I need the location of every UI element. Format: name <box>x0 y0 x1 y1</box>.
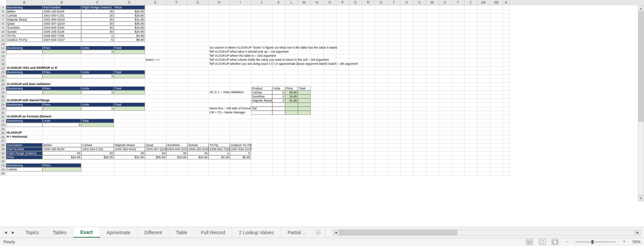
sheet-tab[interactable]: Different <box>137 227 169 238</box>
cell[interactable]: 1002-394-M102 <box>114 147 145 151</box>
cell[interactable]: 28.95 <box>285 90 298 94</box>
cell[interactable]: Price <box>42 103 81 107</box>
row-header[interactable]: 33 <box>0 123 6 127</box>
cell[interactable]: Total <box>114 86 145 90</box>
cell[interactable]: Price <box>42 46 81 50</box>
row-header[interactable]: 9 <box>0 26 6 30</box>
cell[interactable] <box>42 50 81 54</box>
cell[interactable]: Tell VLOOKUP whether you are doing exact… <box>209 62 362 66</box>
cell[interactable] <box>114 90 145 94</box>
cell[interactable] <box>272 111 285 115</box>
row-header[interactable]: 15 <box>0 50 6 54</box>
cell[interactable]: 1000-165-B100 <box>42 147 81 151</box>
cell[interactable]: 35 <box>81 18 114 22</box>
cell[interactable]: Total <box>81 119 114 123</box>
cell[interactable]: 40 <box>187 151 209 155</box>
cell[interactable] <box>42 74 81 78</box>
row-header[interactable]: 11 <box>0 34 6 38</box>
sheet-tab[interactable]: Topics <box>19 227 46 238</box>
cell[interactable]: $8.95 <box>114 38 145 42</box>
cell[interactable]: 20 <box>81 13 114 18</box>
cell[interactable]: Flight Range (meters) <box>6 151 42 155</box>
column-header[interactable]: AA <box>477 0 490 5</box>
row-header[interactable]: 37 <box>0 139 6 143</box>
cell[interactable]: Carlota <box>6 13 42 18</box>
cell[interactable]: Tell VLOOKUP where the table is = 2nd ar… <box>209 54 298 58</box>
cell[interactable]: $28.95 <box>81 155 114 159</box>
scroll-down-button[interactable]: ▼ <box>638 195 644 201</box>
column-header[interactable]: AB <box>490 0 503 5</box>
cell[interactable]: 1 <box>209 151 230 155</box>
cell[interactable] <box>42 167 81 171</box>
cell[interactable] <box>6 107 42 111</box>
row-header[interactable]: 24 <box>0 86 6 90</box>
cell[interactable]: Price <box>285 86 298 90</box>
column-header[interactable]: S <box>375 0 388 5</box>
cell[interactable]: Price <box>42 86 81 90</box>
row-header[interactable]: 13 <box>0 42 6 46</box>
row-header[interactable]: 25 <box>0 90 6 94</box>
cell[interactable] <box>272 107 285 111</box>
cell[interactable]: 25 <box>42 151 81 155</box>
cell[interactable]: Carlota <box>81 143 114 147</box>
row-header[interactable]: 7 <box>0 18 6 22</box>
zoom-slider-thumb[interactable] <box>591 240 593 244</box>
cell[interactable]: Total <box>114 70 145 74</box>
cell[interactable]: H = Horizontal <box>6 135 42 139</box>
cell[interactable]: Total <box>298 86 311 90</box>
column-header[interactable]: T <box>388 0 400 5</box>
cell[interactable] <box>251 107 272 111</box>
cell[interactable]: Units <box>81 46 114 50</box>
cell[interactable]: Tri-Fly <box>209 143 230 147</box>
column-header[interactable]: A <box>6 0 42 5</box>
row-header[interactable]: 27 <box>0 99 6 103</box>
sheet-tab[interactable]: Table <box>169 227 194 238</box>
cell[interactable] <box>298 99 311 103</box>
scroll-right-button[interactable]: ▶ <box>635 229 641 236</box>
column-header[interactable]: R <box>362 0 375 5</box>
cell[interactable]: 1002-394-M102 <box>42 18 81 22</box>
cell[interactable]: Product <box>251 86 272 90</box>
cell[interactable] <box>298 103 311 107</box>
row-header[interactable]: 17 <box>0 58 6 62</box>
row-header[interactable]: 19 <box>0 66 6 70</box>
cell[interactable]: Price <box>114 5 145 9</box>
column-header[interactable]: G <box>187 0 209 5</box>
cell[interactable]: Tell VLOOKUP what value it should look u… <box>209 50 311 54</box>
cell[interactable] <box>114 74 145 78</box>
row-header[interactable]: 22 <box>0 78 6 82</box>
cell[interactable]: 40 <box>81 30 114 34</box>
cell[interactable]: 20 <box>81 22 114 26</box>
cell[interactable]: 3 <box>81 74 114 78</box>
cell[interactable]: 30 <box>81 26 114 30</box>
row-header[interactable]: 31 <box>0 115 6 119</box>
cell[interactable]: 5 <box>230 151 251 155</box>
view-page-break-button[interactable] <box>552 239 558 245</box>
cell[interactable]: Majestic Beaut <box>6 18 42 22</box>
scroll-up-button[interactable]: ▲ <box>638 5 644 11</box>
cell[interactable]: Total <box>114 46 145 50</box>
row-header[interactable]: 8 <box>0 22 6 26</box>
row-header[interactable]: 45 <box>0 171 6 175</box>
cell[interactable]: Boomerang <box>6 103 42 107</box>
cell[interactable]: Quad <box>6 22 42 26</box>
row-header[interactable]: 26 <box>0 94 6 99</box>
row-header[interactable]: 44 <box>0 167 6 171</box>
cell[interactable]: 2 <box>272 94 285 99</box>
column-header[interactable]: I <box>230 0 251 5</box>
cell[interactable]: Bellen <box>6 9 42 13</box>
sheet-tab[interactable]: Tables <box>46 227 73 238</box>
cell[interactable]: 1001-540-C101 <box>42 13 81 18</box>
cell[interactable]: 1005-155-S105 <box>187 147 209 151</box>
cell[interactable] <box>81 123 114 127</box>
cell[interactable]: Outdoor Tri-Fly <box>6 38 42 42</box>
sheet-tab[interactable]: Partial ... <box>281 227 313 238</box>
cell[interactable]: 25 <box>81 9 114 13</box>
cell[interactable]: 3 <box>81 50 114 54</box>
row-header[interactable]: 34 <box>0 127 6 131</box>
cell[interactable]: Units <box>81 103 114 107</box>
column-header[interactable]: H <box>209 0 230 5</box>
cell[interactable]: 1000-165-B100 <box>42 9 81 13</box>
column-header[interactable]: C <box>81 0 114 5</box>
cell[interactable]: Price <box>6 155 42 159</box>
